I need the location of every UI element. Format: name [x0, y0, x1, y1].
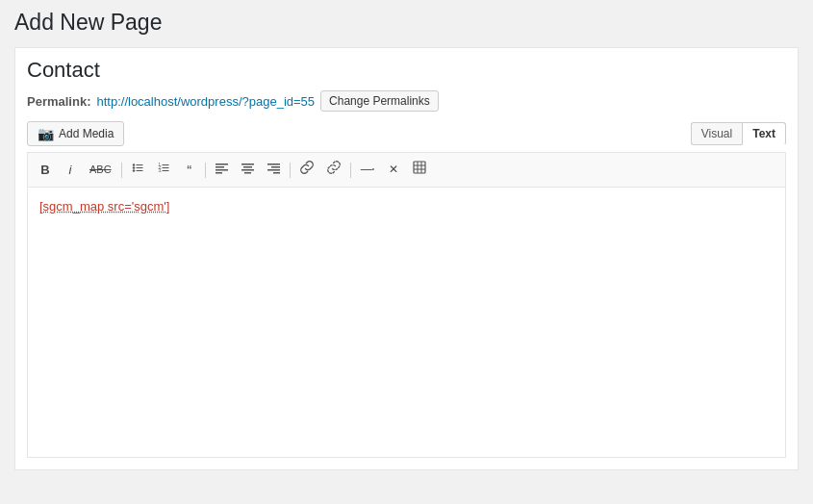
bold-button[interactable]: B [34, 159, 57, 182]
editor-area: B i ABC 1. [27, 152, 786, 458]
italic-button[interactable]: i [59, 159, 82, 182]
align-right-button[interactable] [262, 159, 286, 182]
svg-rect-24 [414, 162, 425, 173]
editor-format-bar: B i ABC 1. [28, 153, 785, 188]
ordered-list-button[interactable]: 1. 2. 3. [152, 159, 176, 182]
svg-point-4 [132, 169, 134, 171]
align-left-button[interactable] [210, 159, 234, 182]
svg-rect-3 [136, 167, 142, 168]
svg-rect-5 [136, 170, 142, 171]
tab-text[interactable]: Text [742, 122, 786, 145]
unordered-list-button[interactable] [126, 159, 150, 182]
svg-rect-11 [162, 170, 168, 171]
add-media-button[interactable]: 📷 Add Media [27, 121, 124, 146]
svg-point-2 [132, 166, 134, 168]
blockquote-button[interactable]: “ [178, 160, 201, 180]
svg-rect-17 [243, 166, 252, 168]
page-title: Add New Page [14, 10, 799, 36]
svg-point-0 [132, 164, 134, 165]
editor-toolbar-top: 📷 Add Media Visual Text [27, 121, 786, 146]
svg-rect-22 [267, 169, 280, 171]
separator-3 [290, 163, 291, 178]
remove-link-button[interactable] [321, 158, 346, 182]
separator-4 [350, 163, 351, 178]
align-center-button[interactable] [236, 159, 260, 182]
svg-rect-1 [136, 164, 142, 165]
svg-rect-12 [216, 164, 228, 165]
svg-rect-13 [216, 166, 224, 168]
separator-2 [205, 163, 206, 178]
post-title: Contact [27, 58, 786, 83]
svg-rect-9 [162, 167, 168, 168]
strikethrough-button[interactable]: ABC [84, 160, 117, 180]
svg-rect-19 [244, 172, 251, 174]
svg-rect-18 [241, 169, 254, 171]
tab-visual[interactable]: Visual [691, 122, 742, 145]
separator-1 [121, 163, 122, 178]
permalink-url[interactable]: http://localhost/wordpress/?page_id=55 [96, 94, 315, 109]
permalink-label: Permalink: [27, 94, 90, 109]
permalink-row: Permalink: http://localhost/wordpress/?p… [27, 90, 786, 112]
editor-content[interactable]: [sgcm_map src='sgcm'] [28, 188, 785, 457]
fullscreen-button[interactable]: ✕ [382, 159, 405, 181]
page-wrapper: Add New Page Contact Permalink: http://l… [0, 0, 813, 504]
svg-rect-20 [267, 164, 280, 165]
post-box: Contact Permalink: http://localhost/word… [14, 47, 799, 470]
insert-more-button[interactable]: —⋅ [355, 159, 380, 181]
table-button[interactable] [407, 158, 432, 182]
svg-rect-21 [271, 166, 280, 168]
media-icon: 📷 [38, 126, 54, 141]
visual-text-tabs: Visual Text [691, 122, 786, 145]
shortcode-text: [sgcm_map src='sgcm'] [39, 199, 169, 214]
svg-rect-7 [162, 164, 168, 165]
insert-link-button[interactable] [294, 158, 319, 182]
svg-rect-14 [216, 169, 228, 171]
svg-rect-23 [273, 172, 280, 174]
svg-rect-15 [216, 172, 222, 174]
svg-rect-16 [241, 164, 254, 165]
change-permalinks-button[interactable]: Change Permalinks [320, 90, 439, 112]
add-media-label: Add Media [59, 127, 114, 140]
svg-text:3.: 3. [158, 167, 162, 172]
